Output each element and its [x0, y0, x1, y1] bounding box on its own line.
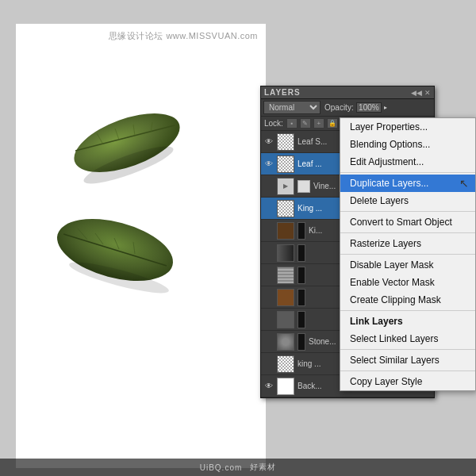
layer-visibility-toggle[interactable]: [263, 269, 275, 282]
layer-thumbnail-2: [298, 333, 305, 351]
layer-thumbnail-2: [298, 180, 310, 193]
ctx-separator-6: [340, 349, 475, 350]
layer-thumbnail-2: [298, 311, 305, 328]
bottom-bar: UiBQ.com 好素材: [0, 459, 476, 476]
opacity-value[interactable]: 100%: [356, 102, 382, 113]
eye-icon: 👁: [265, 137, 273, 146]
ctx-copy-style[interactable]: Copy Layer Style: [340, 373, 475, 390]
layer-thumbnail-2: [298, 222, 305, 240]
ctx-separator-3: [340, 232, 475, 233]
context-menu: Layer Properties... Blending Options... …: [340, 117, 476, 391]
layer-visibility-toggle[interactable]: [263, 202, 275, 215]
layer-thumbnail: [277, 355, 294, 373]
ctx-select-similar[interactable]: Select Similar Layers: [340, 351, 475, 369]
bottom-text-1: UiBQ.com: [200, 463, 243, 472]
blend-mode-select[interactable]: Normal Multiply Screen Overlay: [263, 101, 321, 114]
layers-panel-title: LAYERS: [264, 88, 301, 97]
leaf-top-image: [63, 103, 190, 201]
opacity-arrow[interactable]: ▸: [384, 104, 387, 111]
ctx-separator-4: [340, 254, 475, 255]
ctx-separator-2: [340, 211, 475, 212]
panel-menu-icon[interactable]: ◀◀: [411, 89, 422, 97]
eye-icon: 👁: [265, 382, 273, 390]
layer-visibility-toggle[interactable]: 👁: [263, 380, 275, 393]
opacity-label: Opacity:: [324, 103, 354, 112]
layer-visibility-toggle[interactable]: [263, 313, 275, 326]
canvas-inner: 思缘设计论坛 www.MISSVUAN.com: [16, 24, 266, 468]
lock-position-btn[interactable]: +: [313, 118, 324, 129]
ctx-separator-5: [340, 310, 475, 311]
ctx-disable-mask[interactable]: Disable Layer Mask: [340, 256, 475, 274]
layer-visibility-toggle[interactable]: [263, 225, 275, 237]
lock-all-btn[interactable]: 🔒: [327, 118, 338, 129]
layer-thumbnail: [277, 333, 294, 351]
panel-close-icon[interactable]: ✕: [424, 89, 431, 97]
layer-thumbnail-2: [298, 244, 305, 262]
layer-thumbnail: ▶: [277, 178, 294, 195]
layer-visibility-toggle[interactable]: 👁: [263, 158, 275, 171]
layer-thumbnail: [277, 311, 294, 328]
lock-image-btn[interactable]: ✎: [300, 118, 311, 129]
layer-thumbnail: [277, 133, 294, 151]
layers-panel-header: LAYERS ◀◀ ✕: [261, 86, 434, 99]
watermark-text1: 思缘设计论坛: [109, 31, 163, 40]
leaf-bottom-image: [48, 198, 182, 304]
eye-icon: 👁: [265, 159, 273, 168]
ctx-enable-vector[interactable]: Enable Vector Mask: [340, 274, 475, 291]
watermark: 思缘设计论坛 www.MISSVUAN.com: [109, 30, 258, 42]
ctx-link-layers[interactable]: Link Layers: [340, 313, 475, 330]
ctx-separator-1: [340, 172, 475, 173]
bottom-text-2: 好素材: [250, 462, 276, 473]
layer-thumbnail: [277, 155, 294, 173]
ctx-select-linked[interactable]: Select Linked Layers: [340, 330, 475, 347]
ctx-clipping-mask[interactable]: Create Clipping Mask: [340, 291, 475, 309]
watermark-text2: www.MISSVUAN.com: [166, 31, 258, 40]
ctx-blending-options[interactable]: Blending Options...: [340, 136, 475, 153]
layer-visibility-toggle[interactable]: 👁: [263, 136, 275, 148]
ctx-convert-smart[interactable]: Convert to Smart Object: [340, 213, 475, 231]
layer-visibility-toggle[interactable]: [263, 291, 275, 304]
lock-transparent-btn[interactable]: ▪: [286, 118, 298, 129]
layers-controls: Normal Multiply Screen Overlay Opacity: …: [261, 99, 434, 117]
layer-thumbnail-2: [298, 267, 305, 284]
layer-thumbnail: [277, 200, 294, 217]
layers-header-icons: ◀◀ ✕: [411, 89, 431, 97]
lock-label: Lock:: [264, 119, 283, 128]
layer-thumbnail: [277, 222, 294, 240]
layer-visibility-toggle[interactable]: [263, 336, 275, 348]
canvas-area: 思缘设计论坛 www.MISSVUAN.com: [0, 0, 476, 476]
layer-thumbnail: [277, 378, 294, 395]
layer-thumbnail: [277, 267, 294, 284]
ctx-delete-layers[interactable]: Delete Layers: [340, 192, 475, 209]
ctx-separator-7: [340, 370, 475, 371]
cursor-indicator: ↖: [459, 177, 469, 190]
ctx-duplicate-layers[interactable]: Duplicate Layers... ↖: [340, 175, 475, 192]
layer-thumbnail: [277, 289, 294, 306]
layer-visibility-toggle[interactable]: [263, 180, 275, 193]
layer-visibility-toggle[interactable]: [263, 358, 275, 370]
ctx-rasterize[interactable]: Rasterize Layers: [340, 235, 475, 252]
lock-icons: ▪ ✎ + 🔒: [286, 118, 338, 129]
layer-thumbnail: [277, 244, 294, 262]
layer-visibility-toggle[interactable]: [263, 247, 275, 259]
ctx-edit-adjustment[interactable]: Edit Adjustment...: [340, 153, 475, 171]
layer-thumbnail-2: [298, 289, 305, 306]
ctx-layer-properties[interactable]: Layer Properties...: [340, 118, 475, 136]
